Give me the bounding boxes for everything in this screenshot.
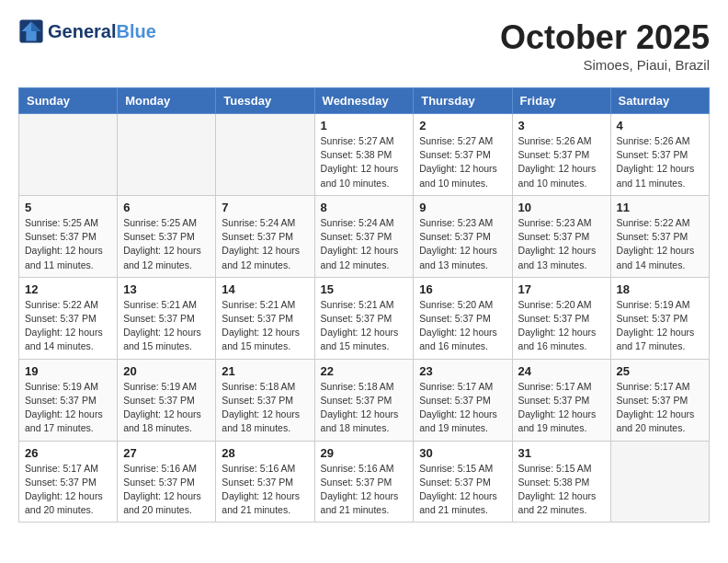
calendar-cell: 4Sunrise: 5:26 AM Sunset: 5:37 PM Daylig…	[610, 114, 709, 196]
calendar-cell: 14Sunrise: 5:21 AM Sunset: 5:37 PM Dayli…	[216, 277, 314, 359]
calendar-cell: 1Sunrise: 5:27 AM Sunset: 5:38 PM Daylig…	[314, 114, 414, 196]
day-number: 13	[123, 282, 210, 296]
day-number: 28	[222, 446, 308, 460]
day-number: 8	[321, 201, 408, 214]
logo: GeneralBlue	[18, 18, 156, 44]
day-info: Sunrise: 5:22 AM Sunset: 5:37 PM Dayligh…	[617, 216, 703, 272]
calendar-cell: 2Sunrise: 5:27 AM Sunset: 5:37 PM Daylig…	[414, 114, 512, 196]
weekday-header-saturday: Saturday	[610, 88, 709, 114]
month-title: October 2025	[500, 18, 710, 57]
calendar-cell: 7Sunrise: 5:24 AM Sunset: 5:37 PM Daylig…	[216, 195, 314, 277]
calendar-cell: 12Sunrise: 5:22 AM Sunset: 5:37 PM Dayli…	[19, 277, 118, 359]
day-info: Sunrise: 5:22 AM Sunset: 5:37 PM Dayligh…	[25, 298, 111, 354]
day-number: 3	[518, 119, 605, 132]
day-number: 5	[25, 201, 111, 214]
day-number: 20	[123, 364, 210, 378]
day-number: 14	[222, 282, 308, 296]
day-info: Sunrise: 5:17 AM Sunset: 5:37 PM Dayligh…	[518, 380, 605, 436]
day-number: 11	[617, 201, 703, 214]
day-info: Sunrise: 5:24 AM Sunset: 5:37 PM Dayligh…	[222, 216, 308, 272]
weekday-header-wednesday: Wednesday	[314, 88, 414, 114]
page-header: GeneralBlue October 2025 Simoes, Piaui, …	[18, 18, 710, 73]
calendar-cell: 6Sunrise: 5:25 AM Sunset: 5:37 PM Daylig…	[118, 195, 216, 277]
day-info: Sunrise: 5:20 AM Sunset: 5:37 PM Dayligh…	[419, 298, 506, 354]
calendar-cell: 5Sunrise: 5:25 AM Sunset: 5:37 PM Daylig…	[19, 195, 118, 277]
logo-icon	[18, 18, 44, 44]
title-block: October 2025 Simoes, Piaui, Brazil	[500, 18, 710, 73]
day-info: Sunrise: 5:27 AM Sunset: 5:38 PM Dayligh…	[321, 134, 408, 190]
day-number: 31	[518, 446, 605, 460]
calendar-cell: 28Sunrise: 5:16 AM Sunset: 5:37 PM Dayli…	[216, 441, 314, 523]
calendar-cell: 3Sunrise: 5:26 AM Sunset: 5:37 PM Daylig…	[512, 114, 610, 196]
day-info: Sunrise: 5:25 AM Sunset: 5:37 PM Dayligh…	[25, 216, 111, 272]
calendar-table: SundayMondayTuesdayWednesdayThursdayFrid…	[18, 87, 710, 523]
day-number: 6	[123, 201, 210, 214]
calendar-cell: 18Sunrise: 5:19 AM Sunset: 5:37 PM Dayli…	[610, 277, 709, 359]
day-number: 26	[25, 446, 111, 460]
day-info: Sunrise: 5:24 AM Sunset: 5:37 PM Dayligh…	[321, 216, 408, 272]
day-number: 10	[518, 201, 605, 214]
calendar-cell: 16Sunrise: 5:20 AM Sunset: 5:37 PM Dayli…	[414, 277, 512, 359]
day-number: 17	[518, 282, 605, 296]
day-info: Sunrise: 5:17 AM Sunset: 5:37 PM Dayligh…	[25, 462, 111, 518]
calendar-cell: 22Sunrise: 5:18 AM Sunset: 5:37 PM Dayli…	[314, 359, 414, 441]
calendar-week-2: 12Sunrise: 5:22 AM Sunset: 5:37 PM Dayli…	[19, 277, 710, 359]
calendar-week-1: 5Sunrise: 5:25 AM Sunset: 5:37 PM Daylig…	[19, 195, 710, 277]
day-number: 18	[617, 282, 703, 296]
day-info: Sunrise: 5:18 AM Sunset: 5:37 PM Dayligh…	[321, 380, 408, 436]
weekday-header-monday: Monday	[118, 88, 216, 114]
day-number: 23	[419, 364, 506, 378]
day-info: Sunrise: 5:27 AM Sunset: 5:37 PM Dayligh…	[419, 134, 506, 190]
location-subtitle: Simoes, Piaui, Brazil	[500, 57, 710, 73]
day-number: 30	[419, 446, 506, 460]
day-number: 2	[419, 119, 506, 132]
day-number: 27	[123, 446, 210, 460]
day-number: 4	[617, 119, 703, 132]
calendar-cell: 27Sunrise: 5:16 AM Sunset: 5:37 PM Dayli…	[118, 441, 216, 523]
weekday-header-friday: Friday	[512, 88, 610, 114]
calendar-cell: 13Sunrise: 5:21 AM Sunset: 5:37 PM Dayli…	[118, 277, 216, 359]
calendar-cell: 11Sunrise: 5:22 AM Sunset: 5:37 PM Dayli…	[610, 195, 709, 277]
calendar-cell	[610, 441, 709, 523]
day-info: Sunrise: 5:21 AM Sunset: 5:37 PM Dayligh…	[321, 298, 408, 354]
day-info: Sunrise: 5:15 AM Sunset: 5:37 PM Dayligh…	[419, 462, 506, 518]
day-info: Sunrise: 5:21 AM Sunset: 5:37 PM Dayligh…	[222, 298, 308, 354]
calendar-cell: 17Sunrise: 5:20 AM Sunset: 5:37 PM Dayli…	[512, 277, 610, 359]
calendar-cell: 15Sunrise: 5:21 AM Sunset: 5:37 PM Dayli…	[314, 277, 414, 359]
day-info: Sunrise: 5:19 AM Sunset: 5:37 PM Dayligh…	[617, 298, 703, 354]
calendar-cell	[216, 114, 314, 196]
calendar-cell: 25Sunrise: 5:17 AM Sunset: 5:37 PM Dayli…	[610, 359, 709, 441]
day-info: Sunrise: 5:21 AM Sunset: 5:37 PM Dayligh…	[123, 298, 210, 354]
day-number: 25	[617, 364, 703, 378]
day-info: Sunrise: 5:17 AM Sunset: 5:37 PM Dayligh…	[617, 380, 703, 436]
calendar-cell: 9Sunrise: 5:23 AM Sunset: 5:37 PM Daylig…	[414, 195, 512, 277]
calendar-cell: 19Sunrise: 5:19 AM Sunset: 5:37 PM Dayli…	[19, 359, 118, 441]
calendar-cell: 10Sunrise: 5:23 AM Sunset: 5:37 PM Dayli…	[512, 195, 610, 277]
calendar-week-3: 19Sunrise: 5:19 AM Sunset: 5:37 PM Dayli…	[19, 359, 710, 441]
day-number: 16	[419, 282, 506, 296]
day-number: 1	[321, 119, 408, 132]
calendar-cell: 24Sunrise: 5:17 AM Sunset: 5:37 PM Dayli…	[512, 359, 610, 441]
calendar-cell: 23Sunrise: 5:17 AM Sunset: 5:37 PM Dayli…	[414, 359, 512, 441]
weekday-header-row: SundayMondayTuesdayWednesdayThursdayFrid…	[19, 88, 710, 114]
calendar-cell: 8Sunrise: 5:24 AM Sunset: 5:37 PM Daylig…	[314, 195, 414, 277]
day-info: Sunrise: 5:25 AM Sunset: 5:37 PM Dayligh…	[123, 216, 210, 272]
weekday-header-sunday: Sunday	[19, 88, 118, 114]
day-info: Sunrise: 5:26 AM Sunset: 5:37 PM Dayligh…	[518, 134, 605, 190]
calendar-week-0: 1Sunrise: 5:27 AM Sunset: 5:38 PM Daylig…	[19, 114, 710, 196]
day-info: Sunrise: 5:26 AM Sunset: 5:37 PM Dayligh…	[617, 134, 703, 190]
day-info: Sunrise: 5:23 AM Sunset: 5:37 PM Dayligh…	[518, 216, 605, 272]
day-info: Sunrise: 5:17 AM Sunset: 5:37 PM Dayligh…	[419, 380, 506, 436]
logo-text: GeneralBlue	[48, 21, 156, 42]
day-number: 29	[321, 446, 408, 460]
day-number: 22	[321, 364, 408, 378]
weekday-header-thursday: Thursday	[414, 88, 512, 114]
calendar-week-4: 26Sunrise: 5:17 AM Sunset: 5:37 PM Dayli…	[19, 441, 710, 523]
day-info: Sunrise: 5:15 AM Sunset: 5:38 PM Dayligh…	[518, 462, 605, 518]
day-number: 24	[518, 364, 605, 378]
calendar-cell: 31Sunrise: 5:15 AM Sunset: 5:38 PM Dayli…	[512, 441, 610, 523]
day-info: Sunrise: 5:16 AM Sunset: 5:37 PM Dayligh…	[222, 462, 308, 518]
day-number: 15	[321, 282, 408, 296]
day-number: 9	[419, 201, 506, 214]
day-info: Sunrise: 5:18 AM Sunset: 5:37 PM Dayligh…	[222, 380, 308, 436]
